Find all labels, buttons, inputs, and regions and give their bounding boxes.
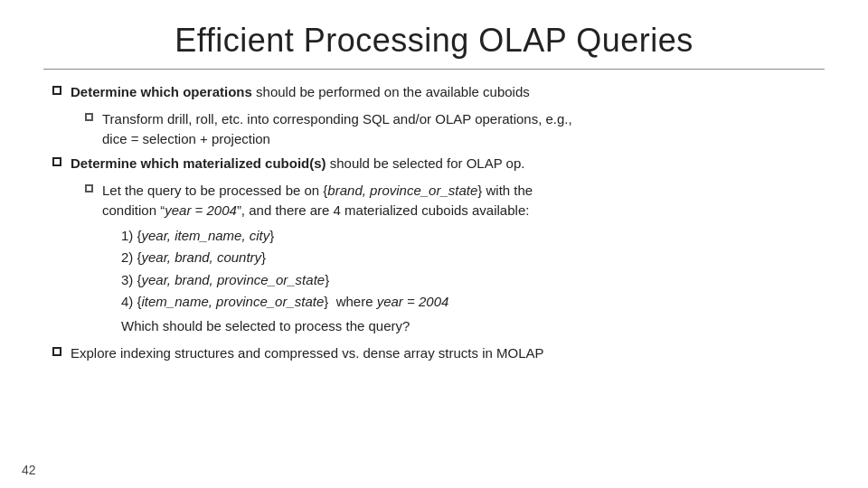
bullet-1-text: Determine which operations should be per… (71, 82, 530, 102)
numbered-item-3: 3) {year, brand, province_or_state} (121, 270, 825, 291)
bullet-2-bold: Determine which materialized cuboid(s) (71, 155, 326, 171)
n1-italic: year, item_name, city (142, 228, 270, 243)
bullet-1-rest: should be performed on the available cub… (256, 84, 530, 99)
n4-italic2: year = 2004 (377, 294, 449, 309)
italic-year-2004: year = 2004 (165, 202, 237, 218)
bullet-3: Explore indexing structures and compress… (52, 343, 825, 363)
bullet-2-icon (52, 157, 61, 166)
bullet-2: Determine which materialized cuboid(s) s… (52, 154, 825, 174)
bullet-1-1-icon (85, 113, 93, 121)
bullet-1-icon (52, 86, 61, 95)
slide-title: Efficient Processing OLAP Queries (43, 22, 825, 60)
n2-italic: year, brand, country (142, 249, 262, 265)
bullet-2-text: Determine which materialized cuboid(s) s… (71, 154, 524, 174)
numbered-item-4: 4) {item_name, province_or_state} where … (121, 292, 825, 313)
italic-brand-province: brand, province_or_state (327, 183, 477, 198)
bullet-2-1-icon (85, 184, 93, 192)
bullet-1-bold: Determine which operations (71, 84, 252, 99)
n4-italic1: item_name, province_or_state (142, 294, 325, 309)
bullet-2-1-text: Let the query to be processed be on {bra… (102, 181, 533, 221)
bullet-1-1: Transform drill, roll, etc. into corresp… (85, 109, 825, 149)
bullet-1: Determine which operations should be per… (52, 82, 825, 102)
slide-number: 42 (22, 463, 36, 477)
n3-italic: year, brand, province_or_state (142, 272, 326, 287)
bullet-2-1: Let the query to be processed be on {bra… (85, 181, 825, 221)
numbered-item-2: 2) {year, brand, country} (121, 248, 825, 268)
numbered-item-1: 1) {year, item_name, city} (121, 226, 825, 247)
slide: Efficient Processing OLAP Queries Determ… (0, 0, 868, 488)
slide-content: Determine which operations should be per… (43, 82, 825, 363)
numbered-items: 1) {year, item_name, city} 2) {year, bra… (121, 226, 825, 313)
bullet-2-rest: should be selected for OLAP op. (330, 155, 525, 171)
which-query-text: Which should be selected to process the … (121, 316, 825, 337)
bullet-3-icon (52, 347, 61, 356)
title-divider (43, 69, 825, 70)
bullet-1-1-text: Transform drill, roll, etc. into corresp… (102, 109, 572, 149)
bullet-3-text: Explore indexing structures and compress… (71, 343, 544, 363)
